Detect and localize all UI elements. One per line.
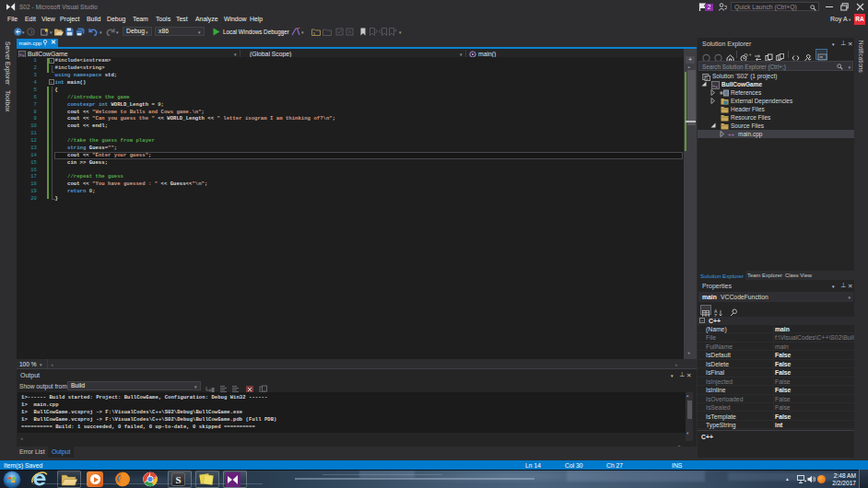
- svg-text:++: ++: [728, 132, 735, 137]
